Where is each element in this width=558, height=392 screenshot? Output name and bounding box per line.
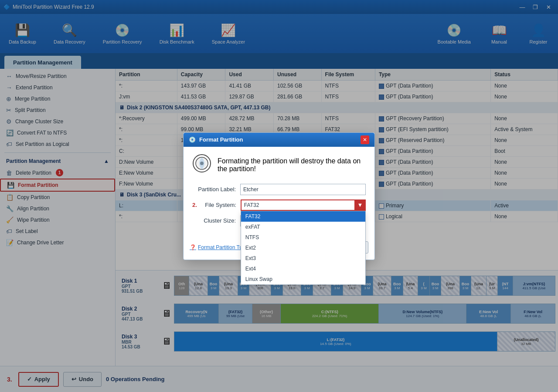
partition-label-label: Partition Label: — [192, 186, 240, 193]
modal-close-button[interactable]: ✕ — [361, 135, 369, 144]
step2-num: 2. — [192, 202, 197, 208]
file-system-select[interactable]: FAT32 exFAT NTFS Ext2 Ext3 Ext4 Linux Sw… — [241, 199, 366, 211]
dropdown-option-ext2[interactable]: Ext2 — [241, 243, 365, 253]
dropdown-option-exfat[interactable]: exFAT — [241, 222, 365, 232]
modal-warning-text: Formating the partition will destroy the… — [218, 157, 366, 173]
modal-title: Format Partition — [199, 136, 243, 143]
warning-disk-icon — [192, 154, 211, 177]
modal-title-bar: 💿 Format Partition ✕ — [184, 133, 374, 147]
file-system-select-wrap: FAT32 exFAT NTFS Ext2 Ext3 Ext4 Linux Sw… — [241, 199, 366, 211]
dropdown-option-linux-swap[interactable]: Linux Swap — [241, 274, 365, 284]
file-system-label: File System: — [198, 202, 241, 208]
dropdown-option-fat32[interactable]: FAT32 — [241, 211, 365, 222]
modal-warning: Formating the partition will destroy the… — [192, 154, 366, 177]
dropdown-option-ext4[interactable]: Ext4 — [241, 264, 365, 274]
modal-title-text: 💿 Format Partition — [189, 136, 243, 143]
partition-label-row: Partition Label: — [192, 184, 366, 195]
file-system-row: 2. File System: FAT32 exFAT NTFS Ext2 Ex… — [192, 199, 366, 211]
help-icon: ❓ — [190, 244, 196, 250]
modal-overlay: 💿 Format Partition ✕ Formating the parti… — [0, 0, 558, 392]
dropdown-option-ntfs[interactable]: NTFS — [241, 232, 365, 243]
dropdown-option-ext3[interactable]: Ext3 — [241, 253, 365, 264]
modal-disk-icon: 💿 — [189, 136, 196, 143]
modal-body: Formating the partition will destroy the… — [184, 147, 374, 238]
partition-label-input[interactable] — [240, 184, 366, 195]
file-system-dropdown: FAT32 exFAT NTFS Ext2 Ext3 Ext4 Linux Sw… — [241, 211, 366, 285]
format-partition-modal: 💿 Format Partition ✕ Formating the parti… — [183, 132, 375, 260]
cluster-size-label: Cluster Size: — [192, 217, 240, 224]
